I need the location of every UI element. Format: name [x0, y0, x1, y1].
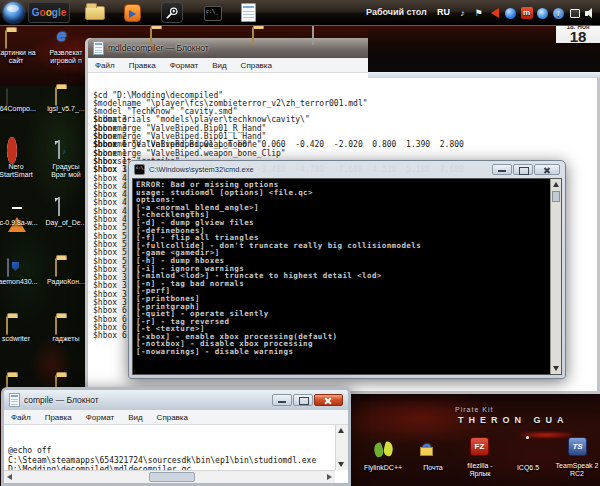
menu-item[interactable]: Правка: [38, 413, 79, 422]
titlebar[interactable]: compile — Блокнот: [4, 390, 348, 410]
desktop-icon-folder-top2[interactable]: [252, 28, 254, 46]
desktop-toolbar-label[interactable]: Рабочий стол: [366, 7, 427, 17]
console-line: usage: studiomdl [options] <file.qc>: [136, 189, 548, 197]
batch-line: @echo off: [8, 446, 335, 456]
console-output-area[interactable]: ERROR: Bad or missing optionsusage: stud…: [132, 178, 562, 375]
guitar-tray-icon[interactable]: ♪: [456, 7, 469, 20]
notepad-dock-icon[interactable]: [241, 3, 256, 22]
scroll-down-icon[interactable]: [553, 366, 559, 371]
horizontal-scrollbar[interactable]: [4, 470, 335, 483]
menu-item[interactable]: Формат: [163, 61, 205, 70]
close-button[interactable]: [314, 394, 343, 406]
menu-item[interactable]: Вид: [205, 61, 233, 70]
folder-icon: [252, 27, 254, 46]
menu-item[interactable]: Файл: [88, 61, 122, 70]
wallpaper-text-theron: THERON GUA: [458, 415, 569, 425]
music-note-icon: ♪: [62, 147, 66, 156]
icon-label: ICQ6.5: [500, 464, 556, 472]
red-arrow-tray-icon[interactable]: [488, 7, 501, 20]
folder-icon: [5, 30, 7, 49]
text-editor-content[interactable]: @echo offC:\Steam\steamapps\654321724\so…: [4, 425, 335, 470]
minimize-button[interactable]: [272, 394, 292, 406]
desktop-icon-nero[interactable]: [7, 142, 17, 160]
folder-icon: [55, 258, 57, 277]
icon-label: FlylinkDC++: [355, 464, 411, 472]
close-button[interactable]: [534, 164, 560, 175]
mp3-file-icon: ♪: [58, 140, 60, 159]
volume-tray-icon[interactable]: [584, 7, 597, 20]
console-line: [-n] - tag bad normals: [136, 280, 548, 288]
maximize-button[interactable]: [513, 164, 533, 175]
window-title: C:\Windows\system32\cmd.exe: [149, 165, 254, 174]
text-editor-body: @echo offC:\Steam\steamapps\654321724\so…: [4, 425, 348, 483]
flag-tray-icon[interactable]: ⚑: [472, 7, 485, 20]
google-search-button[interactable]: Google: [28, 2, 70, 23]
window-title: compile — Блокнот: [24, 395, 99, 405]
menu-bar: ФайлПравкаФорматВидСправка: [4, 410, 348, 425]
menu-item[interactable]: Формат: [79, 413, 121, 422]
scroll-down-icon[interactable]: [338, 462, 344, 467]
wallpaper-left-area: [0, 86, 86, 396]
desktop-icon-folder-top1[interactable]: [150, 28, 152, 46]
scroll-up-icon[interactable]: [338, 428, 344, 433]
start-orb-icon[interactable]: [3, 2, 24, 23]
nero-icon: [7, 137, 17, 164]
vertical-scrollbar[interactable]: [550, 179, 561, 374]
notepad-window-compile: compile — Блокнот ФайлПравкаФорматВидСпр…: [1, 387, 351, 486]
scrollbar-thumb[interactable]: [149, 472, 195, 482]
minimize-button[interactable]: [492, 164, 512, 175]
desktop-icon-filezilla[interactable]: FZ: [470, 437, 489, 456]
notepad-icon: [9, 393, 20, 407]
menu-item[interactable]: Вид: [121, 413, 149, 422]
menu-item[interactable]: Справка: [150, 413, 195, 422]
scroll-up-icon[interactable]: [553, 182, 559, 187]
red-m-tray-icon[interactable]: m: [520, 7, 533, 20]
scrollbar-thumb[interactable]: [552, 191, 560, 202]
daemon-tools-icon: [7, 258, 9, 277]
folder-icon: [150, 27, 152, 46]
menu-item[interactable]: Справка: [234, 61, 279, 70]
cmd-dock-icon[interactable]: c:\_: [204, 6, 222, 21]
menu-item[interactable]: Правка: [122, 61, 163, 70]
desktop-icon-document-top[interactable]: [312, 27, 314, 45]
console-line: [-nowarnings] - disable warnings: [136, 348, 548, 356]
menu-item[interactable]: Файл: [4, 413, 38, 422]
scroll-right-icon[interactable]: [327, 474, 332, 480]
media-player-icon[interactable]: [124, 4, 141, 22]
blue-badge-tray-icon[interactable]: [504, 7, 517, 20]
desktop-icon-day-of-defeat-file[interactable]: [58, 198, 60, 216]
desktop-icon-scdwriter-folder[interactable]: [6, 317, 8, 335]
desktop-screen: Pirate Kit THERON GUA Картинки насайт e …: [0, 0, 600, 486]
globe-tray-icon[interactable]: [536, 7, 549, 20]
desktop-icon-ie-portal[interactable]: e: [57, 27, 66, 45]
desktop-icon-gadgets-folder[interactable]: [55, 317, 57, 335]
desktop-icon-vlc[interactable]: [8, 200, 26, 218]
restore-window-tray-icon[interactable]: [568, 7, 581, 20]
desktop-icon-teamspeak[interactable]: TS: [568, 437, 587, 456]
scroll-left-icon[interactable]: [7, 474, 12, 480]
desktop-icon-radio-folder[interactable]: [55, 259, 57, 277]
icon-label: TeamSpeak 2RC2: [549, 462, 600, 477]
documents-folder-icon[interactable]: [85, 6, 105, 20]
desktop-icon-icq[interactable]: [516, 434, 532, 452]
language-indicator[interactable]: RU: [437, 7, 450, 17]
steam-icon[interactable]: [161, 2, 183, 23]
info-tray-icon[interactable]: i: [552, 7, 565, 20]
filezilla-icon: FZ: [470, 437, 489, 456]
desktop-icon-daemon-tools[interactable]: [7, 259, 9, 277]
vertical-scrollbar[interactable]: [335, 425, 348, 470]
cmd-icon: c:\_: [134, 164, 145, 175]
folder-icon: [55, 316, 57, 335]
titlebar[interactable]: c:\_ C:\Windows\system32\cmd.exe: [129, 161, 565, 178]
wallpaper-text-pirate-kit: Pirate Kit: [455, 406, 493, 413]
system-tray: ♪ ⚑ m i: [456, 5, 597, 21]
maximize-button[interactable]: [293, 394, 313, 406]
document-icon: [312, 26, 314, 45]
desktop-icon-lgsl-folder[interactable]: [55, 88, 57, 106]
mail-icon: e: [422, 439, 431, 456]
text-editor-content[interactable]: $cd "D:\Modding\decompiled"$modelname "\…: [88, 73, 597, 166]
folder-icon: [55, 87, 57, 106]
desktop-icon-mp3-file[interactable]: ♪: [58, 141, 60, 159]
desktop-icon-mail[interactable]: e: [422, 439, 431, 457]
desktop-icon-pictures-folder[interactable]: [5, 31, 7, 49]
